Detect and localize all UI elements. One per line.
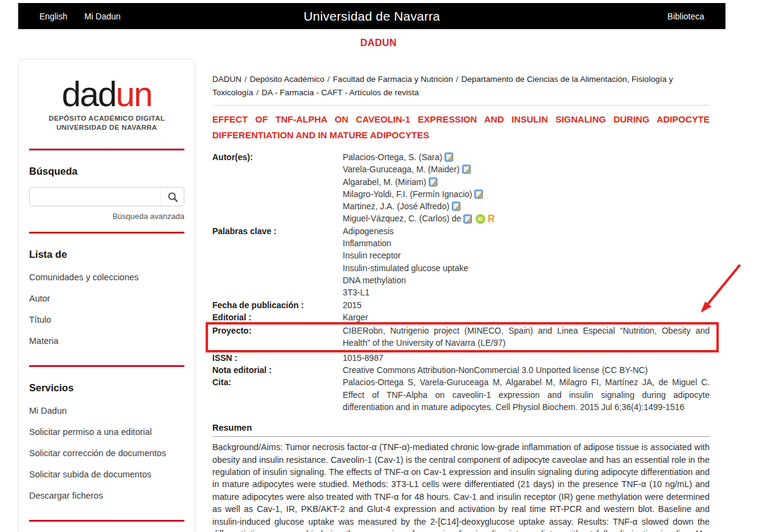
breadcrumb-separator: /: [241, 75, 250, 84]
field-label: Autor(es):: [212, 151, 343, 225]
author-line: Varela-Guruceaga, M. (Maider): [343, 163, 710, 175]
orcid-icon[interactable]: iD: [476, 214, 485, 224]
section-heading: Lista de: [29, 249, 184, 260]
edit-author-icon[interactable]: [429, 177, 439, 187]
metadata-row-publisher: Editorial : Karger: [212, 311, 710, 323]
author-line: Milagro-Yoldi, F.I. (Fermín Ignacio): [343, 188, 710, 200]
keyword-link[interactable]: Insulin receptor: [343, 249, 710, 261]
sidebar-item-solicitar-subida[interactable]: Solicitar subida de documentos: [29, 468, 184, 480]
sidebar-item-autor[interactable]: Autor: [29, 292, 184, 305]
author-link[interactable]: Varela-Guruceaga, M. (Maider): [343, 163, 460, 175]
field-label: Proyecto:: [212, 325, 343, 349]
article-title: EFFECT OF TNF-ALPHA ON CAVEOLIN-1 EXPRES…: [212, 112, 710, 143]
sidebar-item-solicitar-permiso[interactable]: Solicitar permiso a una editorial: [29, 426, 184, 438]
university-brand: Universidad de Navarra: [18, 9, 725, 24]
breadcrumb-item-facultad[interactable]: Facultad de Farmacia y Nutrición: [333, 75, 453, 84]
author-link[interactable]: Miguel-Vázquez, C. (Carlos) de: [343, 212, 461, 224]
breadcrumb: DADUN/Depósito Académico/Facultad de Far…: [212, 73, 710, 99]
breadcrumb-item-coleccion[interactable]: DA - Farmacia - CAFT - Artículos de revi…: [261, 88, 419, 97]
edit-author-icon[interactable]: [445, 152, 454, 162]
author-link[interactable]: Palacios-Ortega, S. (Sara): [343, 151, 442, 163]
sidebar-item-descargar-ficheros[interactable]: Descargar ficheros: [29, 490, 184, 502]
keyword-link[interactable]: Adipogenesis: [343, 225, 710, 237]
sidebar-item-comunidades[interactable]: Comunidades y colecciones: [29, 271, 184, 283]
edit-author-icon[interactable]: [463, 214, 473, 224]
abstract-divider: [212, 436, 710, 437]
sidebar-section-lista-de: Lista de Comunidades y colecciones Autor…: [29, 249, 184, 347]
author-line: Palacios-Ortega, S. (Sara): [343, 151, 710, 163]
sidebar-item-materia[interactable]: Materia: [29, 335, 184, 347]
keyword-link[interactable]: Insulin-stimulated glucose uptake: [343, 262, 710, 274]
field-value: CIBERobn, Nutrigenio project (MINECO, Sp…: [343, 325, 710, 349]
sidebar: dadun DEPÓSITO ACADÉMICO DIGITAL UNIVERS…: [18, 59, 195, 532]
edit-author-icon[interactable]: [462, 164, 472, 174]
red-divider: [29, 149, 184, 150]
keyword-link[interactable]: DNA methylation: [343, 274, 710, 286]
metadata-row-date: Fecha de publicación : 2015: [212, 299, 710, 311]
dadun-logo[interactable]: dadun DEPÓSITO ACADÉMICO DIGITAL UNIVERS…: [29, 76, 184, 132]
edit-author-icon[interactable]: [474, 189, 484, 199]
abstract-text: Background/Aims: Tumor necrosis factor-α…: [212, 441, 710, 532]
search-section-heading: Búsqueda: [29, 166, 184, 177]
search-box: [29, 187, 184, 206]
top-navigation-bar: English Mi Dadun Universidad de Navarra …: [18, 3, 725, 29]
field-label: Palabras clave :: [212, 225, 343, 299]
dadun-logo-word: dadun: [29, 76, 184, 112]
section-heading: Servicios: [29, 382, 184, 394]
author-line: Miguel-Vázquez, C. (Carlos) de iD R: [343, 212, 710, 224]
red-divider: [29, 365, 184, 367]
breadcrumb-divider: [212, 105, 710, 106]
advanced-search-link[interactable]: Búsqueda avanzada: [29, 212, 184, 221]
field-value: Karger: [343, 311, 710, 323]
field-value: Creative Commons Attribution-NonCommerci…: [343, 364, 710, 376]
search-icon: [167, 192, 177, 201]
field-label: Fecha de publicación :: [212, 299, 343, 311]
metadata-row-project: Proyecto: CIBERobn, Nutrigenio project (…: [212, 323, 710, 352]
edit-author-icon[interactable]: [452, 201, 462, 211]
keyword-link[interactable]: Inflammation: [343, 237, 710, 249]
search-button[interactable]: [161, 187, 184, 206]
keyword-link[interactable]: 3T3-L1: [343, 286, 710, 298]
metadata-row-issn: ISSN : 1015-8987: [212, 352, 710, 364]
language-link-english[interactable]: English: [39, 12, 67, 21]
metadata-row-citation: Cita: Palacios-Ortega S, Varela-Guruceag…: [212, 376, 710, 413]
field-value: Palacios-Ortega S, Varela-Guruceaga M, A…: [343, 376, 710, 413]
biblioteca-link[interactable]: Biblioteca: [667, 12, 704, 21]
site-title-dadun: DADUN: [0, 38, 757, 49]
breadcrumb-separator: /: [254, 88, 262, 97]
page-container: dadun DEPÓSITO ACADÉMICO DIGITAL UNIVERS…: [18, 59, 725, 532]
svg-text:iD: iD: [478, 216, 483, 222]
abstract-heading: Resumen: [212, 423, 710, 433]
breadcrumb-separator: /: [325, 75, 333, 84]
field-label: ISSN :: [212, 352, 343, 364]
field-label: Editorial :: [212, 311, 343, 323]
metadata-row-authors: Autor(es): Palacios-Ortega, S. (Sara) Va…: [212, 151, 710, 225]
researcherid-icon[interactable]: R: [488, 214, 495, 224]
metadata-row-editorial-note: Nota editorial : Creative Commons Attrib…: [212, 364, 710, 376]
sidebar-section-servicios: Servicios Mi Dadun Solicitar permiso a u…: [29, 382, 184, 502]
breadcrumb-item-dadun[interactable]: DADUN: [212, 75, 241, 84]
metadata-row-keywords: Palabras clave : Adipogenesis Inflammati…: [212, 225, 710, 299]
red-divider: [29, 232, 184, 234]
field-label: Cita:: [212, 376, 343, 413]
breadcrumb-separator: /: [453, 75, 462, 84]
field-value: 2015: [343, 299, 710, 311]
field-label: Nota editorial :: [212, 364, 343, 376]
sidebar-item-solicitar-correccion[interactable]: Solicitar corrección de documentos: [29, 447, 184, 459]
author-link[interactable]: Martinez, J.A. (José Alfredo): [343, 200, 449, 212]
abstract-section: Resumen Background/Aims: Tumor necrosis …: [212, 423, 710, 532]
author-line: Martinez, J.A. (José Alfredo): [343, 200, 710, 212]
breadcrumb-item-deposito[interactable]: Depósito Académico: [250, 75, 325, 84]
author-line: Algarabel, M. (Miriam): [343, 176, 710, 188]
sidebar-item-titulo[interactable]: Título: [29, 314, 184, 326]
main-content: DADUN/Depósito Académico/Facultad de Far…: [212, 59, 710, 532]
mi-dadun-link[interactable]: Mi Dadun: [84, 12, 121, 21]
red-divider: [29, 520, 184, 522]
dadun-logo-subtitle: DEPÓSITO ACADÉMICO DIGITAL UNIVERSIDAD D…: [29, 114, 184, 132]
author-link[interactable]: Milagro-Yoldi, F.I. (Fermín Ignacio): [343, 188, 472, 200]
sidebar-item-mi-dadun[interactable]: Mi Dadun: [29, 405, 184, 417]
field-value: 1015-8987: [343, 352, 710, 364]
author-link[interactable]: Algarabel, M. (Miriam): [343, 176, 426, 188]
search-input[interactable]: [30, 187, 161, 206]
metadata-table: Autor(es): Palacios-Ortega, S. (Sara) Va…: [212, 151, 710, 413]
